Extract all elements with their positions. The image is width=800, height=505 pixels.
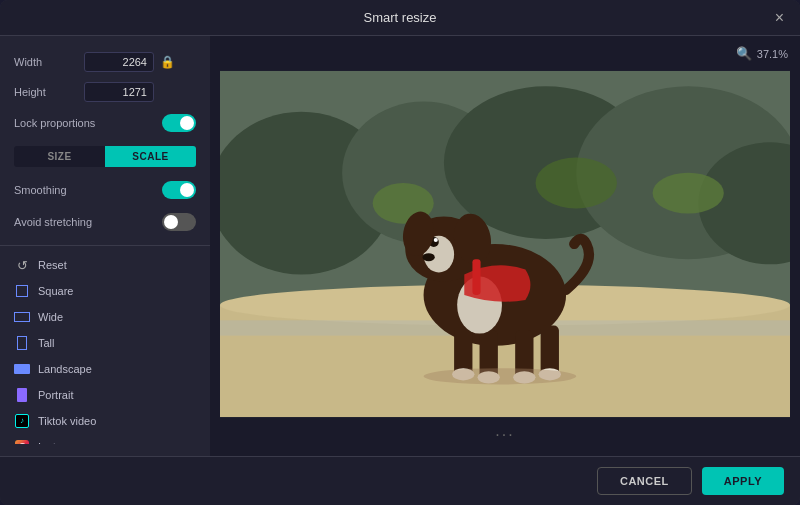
toggle-knob [180,116,194,130]
preset-reset[interactable]: ↺ Reset [0,252,210,278]
zoom-indicator: 🔍 37.1% [736,46,788,61]
tall-icon [14,335,30,351]
preset-instagram-square[interactable]: Instagram square [0,434,210,444]
dialog-header: Smart resize × [0,0,800,36]
preset-wide[interactable]: Wide [0,304,210,330]
preset-tall[interactable]: Tall [0,330,210,356]
smart-resize-dialog: Smart resize × Width 🔒 Height Lock propo… [0,0,800,505]
svg-rect-29 [472,259,480,295]
divider [0,245,210,246]
portrait-icon [14,387,30,403]
preset-label: Portrait [38,389,73,401]
dialog-title: Smart resize [364,10,437,25]
size-tab[interactable]: SIZE [14,146,105,167]
close-button[interactable]: × [771,8,788,28]
svg-point-30 [424,368,577,384]
apply-button[interactable]: APPLY [702,467,784,495]
svg-point-25 [434,238,438,242]
height-row: Height [0,78,210,106]
preset-label: Tall [38,337,55,349]
left-panel: Width 🔒 Height Lock proportions SIZE SCA… [0,36,210,456]
lock-icon: 🔒 [160,55,175,69]
avoid-stretching-label: Avoid stretching [14,216,162,228]
wide-icon [14,309,30,325]
width-label: Width [14,56,84,68]
preset-tiktok[interactable]: ♪ Tiktok video [0,408,210,434]
tiktok-icon: ♪ [14,413,30,429]
scale-tab[interactable]: SCALE [105,146,196,167]
preset-landscape[interactable]: Landscape [0,356,210,382]
lock-proportions-toggle[interactable] [162,114,196,132]
smoothing-row: Smoothing [0,175,210,205]
square-icon [14,283,30,299]
toggle-knob [180,183,194,197]
height-label: Height [14,86,84,98]
preset-list: ↺ Reset Square Wide Tall Lands [0,252,210,444]
preset-square[interactable]: Square [0,278,210,304]
dialog-footer: CANCEL APPLY [0,456,800,505]
dialog-body: Width 🔒 Height Lock proportions SIZE SCA… [0,36,800,456]
svg-point-7 [536,157,617,208]
width-row: Width 🔒 [0,48,210,76]
more-dots: ··· [220,422,790,446]
smoothing-toggle[interactable] [162,181,196,199]
toggle-knob [164,215,178,229]
avoid-stretching-toggle[interactable] [162,213,196,231]
preset-label: Landscape [38,363,92,375]
image-container [220,66,790,422]
preview-area: 🔍 37.1% [210,36,800,456]
preset-label: Tiktok video [38,415,96,427]
preset-label: Wide [38,311,63,323]
smoothing-label: Smoothing [14,184,162,196]
svg-point-8 [653,173,724,214]
reset-icon: ↺ [14,257,30,273]
height-input[interactable] [84,82,154,102]
zoom-value: 37.1% [757,48,788,60]
zoom-icon: 🔍 [736,46,752,61]
preview-image [220,66,790,422]
instagram-square-icon [14,439,30,444]
preset-label: Square [38,285,73,297]
size-scale-tabs: SIZE SCALE [14,146,196,167]
width-input[interactable] [84,52,154,72]
lock-proportions-label: Lock proportions [14,117,162,129]
preset-portrait[interactable]: Portrait [0,382,210,408]
preset-label: Reset [38,259,67,271]
preset-label: Instagram square [38,441,124,444]
lock-proportions-row: Lock proportions [0,108,210,138]
landscape-icon [14,361,30,377]
avoid-stretching-row: Avoid stretching [0,207,210,237]
cancel-button[interactable]: CANCEL [597,467,692,495]
svg-point-26 [423,253,435,261]
